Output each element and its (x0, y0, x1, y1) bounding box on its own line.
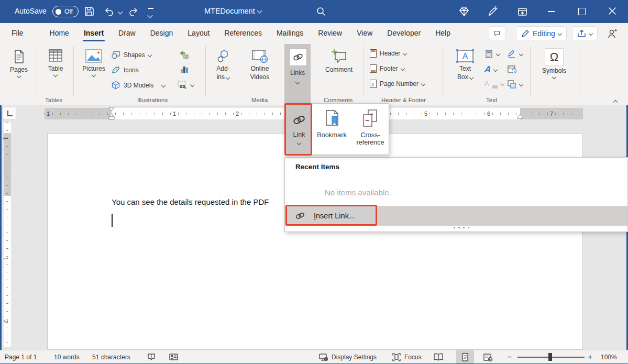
text-box-button[interactable]: A Text Box (451, 48, 479, 81)
focus-button[interactable]: Focus (392, 350, 422, 363)
print-layout-button[interactable] (456, 350, 474, 363)
tab-layout[interactable]: Layout (180, 24, 217, 42)
add-ins-button[interactable]: Add- ins (211, 48, 236, 81)
zoom-out-button[interactable]: − (507, 350, 512, 363)
tab-help[interactable]: Help (428, 24, 458, 42)
signature-line-icon (507, 49, 516, 59)
tab-stop-L-icon (7, 111, 13, 116)
account-button[interactable] (607, 28, 618, 42)
online-videos-button[interactable]: Online Videos (244, 48, 276, 81)
customize-quick-access-button[interactable] (148, 8, 153, 19)
accessibility-button[interactable] (169, 350, 179, 363)
close-button[interactable] (608, 7, 616, 17)
zoom-level[interactable]: 100% (601, 350, 617, 363)
pictures-button[interactable]: Pictures (80, 48, 108, 76)
maximize-button[interactable] (578, 8, 586, 15)
screenshot-button[interactable] (177, 80, 194, 90)
page-number-button[interactable]: # Page Number (370, 80, 425, 88)
insert-link-label: Insert Link... (314, 212, 355, 220)
draw-button[interactable] (487, 6, 498, 19)
redo-button[interactable] (128, 6, 139, 19)
right-indent-marker[interactable] (516, 114, 524, 119)
title-dropdown-chevron[interactable] (257, 8, 262, 14)
comments-button[interactable] (489, 26, 505, 40)
search-button[interactable] (316, 6, 326, 19)
wordart-button[interactable]: A (484, 64, 497, 75)
group-separator (73, 46, 74, 96)
read-mode-button[interactable] (433, 350, 444, 363)
symbols-button[interactable]: Ω Symbols (541, 48, 568, 79)
editing-pencil-icon (521, 29, 530, 38)
zoom-in-button[interactable]: + (588, 350, 592, 363)
ribbon-display-options-button[interactable] (517, 6, 528, 19)
links-dropdown: Link Bookmark Cross- reference (284, 103, 389, 155)
signature-line-button[interactable] (507, 49, 523, 59)
character-count[interactable]: 51 characters (92, 350, 130, 363)
tab-file[interactable]: File (4, 24, 31, 42)
tab-design[interactable]: Design (143, 24, 181, 42)
document-title[interactable]: MTEDocument (204, 7, 255, 15)
cross-reference-icon (361, 109, 380, 130)
group-separator (579, 46, 579, 96)
new-comment-button[interactable]: Comment (321, 48, 357, 73)
chart-button[interactable] (180, 64, 189, 74)
vruler-number: 1 (3, 257, 9, 260)
window-edge-left (0, 105, 2, 364)
chevron-down-icon (558, 31, 562, 35)
editing-label: Editing (533, 29, 555, 38)
tab-mailings[interactable]: Mailings (269, 24, 311, 42)
tab-insert[interactable]: Insert (76, 24, 111, 42)
tab-references[interactable]: References (217, 24, 269, 42)
word-count[interactable]: 10 words (54, 350, 80, 363)
tab-review[interactable]: Review (311, 24, 349, 42)
premium-button[interactable] (458, 6, 470, 19)
link-menu-item[interactable]: Link (286, 105, 312, 155)
shapes-button[interactable]: Shapes (111, 50, 151, 60)
save-button[interactable] (84, 6, 95, 19)
zoom-slider-handle[interactable] (548, 353, 552, 361)
share-button[interactable] (572, 26, 598, 40)
bookmark-menu-item[interactable]: Bookmark (313, 105, 351, 155)
tab-developer[interactable]: Developer (380, 24, 428, 42)
3d-models-button[interactable]: 3D Models (111, 81, 165, 90)
menu-resize-handle[interactable] (454, 227, 469, 228)
tab-draw[interactable]: Draw (111, 24, 143, 42)
group-separator (205, 46, 206, 96)
tab-home[interactable]: Home (42, 24, 76, 42)
insert-link-label-rest: nsert Link... (316, 212, 355, 220)
insert-link-menu-item[interactable]: Insert Link... (285, 206, 627, 226)
drop-cap-button[interactable]: A (484, 80, 504, 87)
display-settings-button[interactable]: Display Settings (318, 350, 377, 363)
autosave-toggle[interactable]: Off (52, 6, 79, 17)
page-indicator[interactable]: Page 1 of 1 (5, 350, 37, 363)
undo-button[interactable] (103, 6, 115, 19)
date-time-button[interactable] (507, 64, 517, 74)
tab-selector[interactable] (3, 107, 16, 120)
group-label-comments: Comments (324, 97, 353, 103)
header-button[interactable]: Header (370, 49, 406, 58)
web-layout-button[interactable] (483, 350, 493, 363)
ruler-number: 2 (234, 110, 240, 117)
icons-button[interactable]: Icons (111, 65, 139, 75)
add-ins-label-2: ins (217, 73, 230, 81)
vertical-ruler[interactable]: 1 1 2 (4, 123, 11, 347)
person-icon (607, 28, 618, 40)
undo-dropdown-chevron[interactable] (118, 9, 123, 15)
footer-button[interactable]: Footer (370, 64, 404, 73)
quick-parts-button[interactable] (484, 49, 500, 59)
proofing-status-button[interactable] (147, 350, 156, 363)
links-button[interactable]: Links (284, 44, 311, 105)
smartart-button[interactable] (178, 49, 189, 60)
collapse-ribbon-button[interactable] (614, 96, 617, 106)
table-button[interactable]: Table (43, 48, 68, 76)
indent-markers[interactable] (108, 107, 115, 122)
editing-mode-button[interactable]: Editing (516, 26, 567, 40)
tab-view[interactable]: View (349, 24, 380, 42)
header-band (371, 50, 376, 52)
chevron-down-icon (226, 75, 230, 80)
cross-reference-menu-item[interactable]: Cross- reference (352, 105, 389, 155)
table-label: Table (48, 65, 63, 72)
pages-button[interactable]: Pages (6, 48, 31, 78)
minimize-button[interactable] (548, 11, 555, 12)
object-button[interactable] (507, 80, 523, 89)
